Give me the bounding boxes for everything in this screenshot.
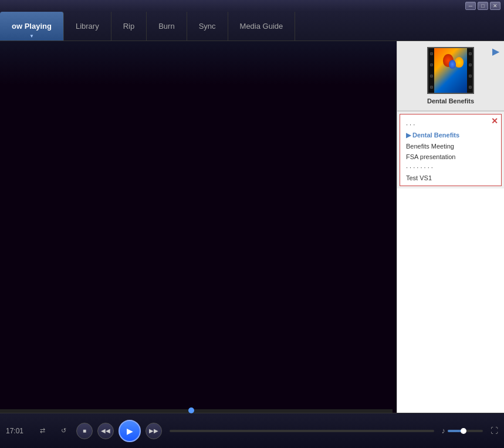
tab-rip[interactable]: Rip xyxy=(111,12,147,41)
volume-icon[interactable]: ♪ xyxy=(442,426,446,435)
balloon2 xyxy=(455,57,464,68)
now-playing-panel: ▶ xyxy=(397,41,504,112)
control-bar: 17:01 ⇄ ↺ ■ ◀◀ ▶ ▶▶ ♪ ⛶ xyxy=(0,413,504,448)
tab-burn[interactable]: Burn xyxy=(147,12,187,41)
film-hole xyxy=(430,75,433,78)
np-arrow-icon[interactable]: ▶ xyxy=(492,46,499,57)
film-strip-right xyxy=(467,48,473,93)
film-strip-left xyxy=(428,48,434,93)
playlist-item-dots[interactable]: · · · · · · · · xyxy=(400,162,501,173)
video-seek-thumb[interactable] xyxy=(188,407,194,413)
next-button[interactable]: ▶▶ xyxy=(146,423,162,439)
prev-button[interactable]: ◀◀ xyxy=(97,423,114,439)
film-hole xyxy=(430,86,433,89)
shuffle-button[interactable]: ⇄ xyxy=(34,425,50,437)
video-seek-bar[interactable] xyxy=(0,409,393,413)
balloon3 xyxy=(449,60,456,69)
playlist-item-0[interactable]: · · · xyxy=(400,119,501,130)
tab-now-playing[interactable]: ow Playing xyxy=(0,12,64,41)
repeat-button[interactable]: ↺ xyxy=(55,425,72,437)
video-canvas xyxy=(0,85,397,409)
volume-area: ♪ xyxy=(442,426,483,435)
window-chrome: ─ □ ✕ xyxy=(0,0,504,12)
playlist-close-button[interactable]: ✕ xyxy=(491,116,498,126)
tab-burn-label: Burn xyxy=(158,22,174,31)
film-hole xyxy=(430,63,433,66)
tab-media-guide[interactable]: Media Guide xyxy=(228,12,296,41)
film-hole xyxy=(469,63,472,66)
restore-button[interactable]: □ xyxy=(478,2,488,10)
playlist-item-fsa[interactable]: FSA presentation xyxy=(400,151,501,162)
thumbnail-film xyxy=(427,47,474,94)
thumbnail-wrapper[interactable] xyxy=(427,47,474,94)
video-top-bar xyxy=(0,41,397,85)
film-hole xyxy=(469,52,472,55)
tab-media-guide-label: Media Guide xyxy=(240,22,283,31)
nav-bar: ow Playing Library Rip Burn Sync Media G… xyxy=(0,12,504,41)
close-button[interactable]: ✕ xyxy=(490,2,500,10)
fullscreen-button[interactable]: ⛶ xyxy=(491,426,498,435)
volume-thumb[interactable] xyxy=(461,428,466,434)
tab-now-playing-label: ow Playing xyxy=(12,22,52,31)
time-display: 17:01 xyxy=(6,427,29,435)
now-playing-title: Dental Benefits xyxy=(427,97,474,105)
right-sidebar: ▶ xyxy=(397,41,504,413)
stop-button[interactable]: ■ xyxy=(76,423,93,439)
playlist-item-benefits[interactable]: Benefits Meeting xyxy=(400,141,501,151)
tab-rip-label: Rip xyxy=(123,22,135,31)
seek-bar[interactable] xyxy=(170,430,434,432)
volume-bar[interactable] xyxy=(448,430,483,432)
playlist-item-dental[interactable]: ▶ Dental Benefits xyxy=(400,130,501,141)
tab-library[interactable]: Library xyxy=(64,12,111,41)
film-hole xyxy=(469,86,472,89)
tab-sync-label: Sync xyxy=(199,22,216,31)
film-hole xyxy=(430,52,433,55)
tab-library-label: Library xyxy=(76,22,99,31)
tab-sync[interactable]: Sync xyxy=(187,12,228,41)
main-content: ▶ xyxy=(0,41,504,413)
film-image xyxy=(434,48,467,93)
playlist-item-testv51[interactable]: Test VS1 xyxy=(400,173,501,183)
play-button[interactable]: ▶ xyxy=(119,420,141,442)
minimize-button[interactable]: ─ xyxy=(465,2,476,10)
sidebar-rest xyxy=(397,188,504,413)
playlist-dropdown: ✕ · · · ▶ Dental Benefits Benefits Meeti… xyxy=(400,114,502,186)
film-hole xyxy=(469,75,472,78)
volume-progress xyxy=(448,430,462,432)
video-area xyxy=(0,41,397,413)
